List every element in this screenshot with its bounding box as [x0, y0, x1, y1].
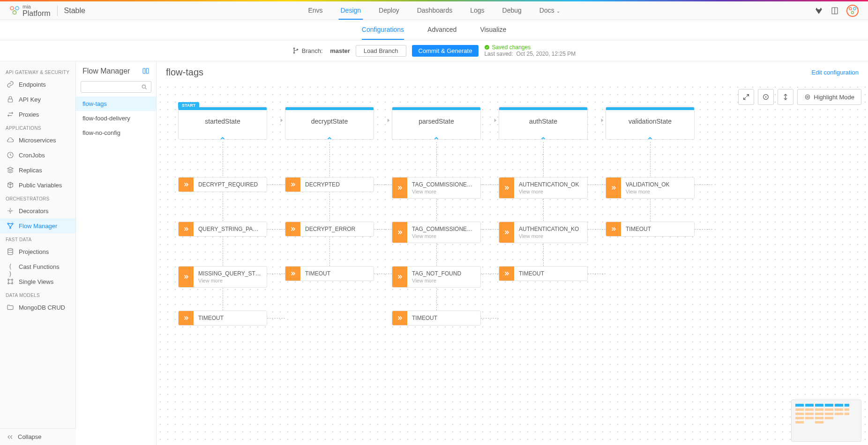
- state-column-decryptState: decryptState: [285, 107, 374, 140]
- event-box[interactable]: DECRYPTED: [285, 177, 374, 192]
- arrow-icon: [278, 117, 285, 124]
- sidebar-item-mongodb-crud[interactable]: MongoDB CRUD: [0, 300, 75, 315]
- view-more[interactable]: View more: [198, 278, 262, 283]
- nav-dashboards[interactable]: Dashboards: [415, 2, 455, 20]
- state-box[interactable]: validationState: [606, 107, 695, 140]
- flow-item-flow-tags[interactable]: flow-tags: [76, 96, 156, 111]
- state-box[interactable]: decryptState: [285, 107, 374, 140]
- subnav-configurations[interactable]: Configurations: [362, 20, 404, 40]
- event-chevron: [392, 267, 407, 287]
- sidebar-item-replicas[interactable]: Replicas: [0, 163, 75, 178]
- environment-name[interactable]: Stable: [64, 7, 85, 15]
- nav-deploy[interactable]: Deploy: [377, 2, 401, 20]
- connector: [267, 185, 285, 185]
- save-status: Saved changes Last saved: Oct 25, 2020, …: [484, 44, 576, 57]
- event-box[interactable]: DECRYPT_ERROR: [285, 222, 374, 237]
- minimap[interactable]: [791, 400, 861, 442]
- expand-button[interactable]: [738, 89, 754, 105]
- connector: [374, 274, 392, 274]
- reset-button[interactable]: [758, 89, 774, 105]
- avatar[interactable]: [846, 5, 859, 17]
- event-box[interactable]: DECRYPT_REQUIRED: [178, 177, 267, 192]
- nav-logs[interactable]: Logs: [468, 2, 486, 20]
- highlight-mode-button[interactable]: Highlight Mode: [797, 89, 861, 105]
- event-chevron: [392, 311, 407, 325]
- event-box[interactable]: TIMEOUT: [285, 266, 374, 281]
- diamond-icon: [326, 135, 333, 140]
- svg-point-6: [851, 11, 853, 14]
- sidebar-item-endpoints[interactable]: Endpoints: [0, 77, 75, 92]
- event-box[interactable]: TIMEOUT: [499, 266, 588, 281]
- sidebar-item-public-vars[interactable]: Public Variables: [0, 178, 75, 193]
- link-icon: [7, 81, 14, 88]
- event-label: TIMEOUT: [198, 315, 262, 321]
- event-box[interactable]: TIMEOUT: [178, 311, 267, 326]
- event-box[interactable]: TIMEOUT: [392, 311, 481, 326]
- connector: [267, 274, 285, 274]
- state-name: startedState: [179, 110, 267, 139]
- gitlab-icon[interactable]: [815, 7, 823, 15]
- sidebar-item-apikey[interactable]: API Key: [0, 92, 75, 107]
- state-name: parsedState: [392, 110, 480, 139]
- event-label: AUTHENTICATION_OK: [519, 181, 583, 188]
- book-icon[interactable]: [831, 7, 839, 15]
- canvas[interactable]: Highlight Mode STARTstartedStateDECRYPT_…: [157, 83, 868, 445]
- clock-icon: [7, 151, 14, 159]
- event-box[interactable]: MISSING_QUERY_ST…View more: [178, 266, 267, 288]
- sidebar-section-orch: ORCHESTRATORS: [0, 193, 75, 203]
- book-open-icon[interactable]: [142, 67, 150, 75]
- view-more[interactable]: View more: [412, 278, 476, 283]
- event-box[interactable]: VALIDATION_OKView more: [606, 177, 695, 199]
- edit-configuration-link[interactable]: Edit configuration: [812, 69, 859, 76]
- flow-item-flow-food-delivery[interactable]: flow-food-delivery: [76, 111, 156, 126]
- branch-label: Branch: master: [292, 47, 350, 54]
- commit-generate-button[interactable]: Commit & Generate: [412, 45, 479, 57]
- collapse-button[interactable]: Collapse: [0, 428, 76, 445]
- event-box[interactable]: AUTHENTICATION_KOView more: [499, 222, 588, 243]
- nav-design[interactable]: Design: [339, 2, 363, 20]
- view-more[interactable]: View more: [519, 233, 583, 239]
- view-more[interactable]: View more: [412, 233, 476, 239]
- view-more[interactable]: View more: [626, 189, 689, 194]
- sidebar-item-flow-manager[interactable]: Flow Manager: [0, 218, 75, 233]
- nav-docs[interactable]: Docs ⌄: [538, 2, 562, 20]
- sidebar-item-proxies[interactable]: Proxies: [0, 107, 75, 122]
- svg-point-20: [8, 283, 9, 284]
- folder-icon: [7, 304, 14, 311]
- subnav-advanced[interactable]: Advanced: [427, 20, 456, 40]
- event-box[interactable]: TAG_NOT_FOUNDView more: [392, 266, 481, 288]
- event-chevron: [606, 178, 621, 198]
- view-more[interactable]: View more: [519, 189, 583, 194]
- svg-point-25: [806, 95, 810, 99]
- nav-debug[interactable]: Debug: [501, 2, 524, 20]
- event-box[interactable]: TAG_COMMISSIONED…View more: [392, 177, 481, 199]
- chevrons-icon: [289, 270, 297, 277]
- sidebar-item-projections[interactable]: Projections: [0, 244, 75, 259]
- state-box[interactable]: authState: [499, 107, 588, 140]
- event-chevron: [499, 222, 514, 243]
- sidebar-item-decorators[interactable]: Decorators: [0, 203, 75, 218]
- subnav-visualize[interactable]: Visualize: [480, 20, 506, 40]
- sidebar-item-cronjobs[interactable]: CronJobs: [0, 148, 75, 163]
- state-column-startedState: STARTstartedState: [178, 107, 267, 140]
- nav-envs[interactable]: Envs: [306, 2, 324, 20]
- load-branch-button[interactable]: Load Branch: [356, 45, 406, 57]
- event-box[interactable]: AUTHENTICATION_OKView more: [499, 177, 588, 199]
- sidebar-item-microservices[interactable]: Microservices: [0, 133, 75, 148]
- state-box[interactable]: startedState: [178, 107, 267, 140]
- connector: [588, 229, 606, 230]
- state-arrow: [599, 117, 606, 126]
- event-box[interactable]: TIMEOUT: [606, 222, 695, 237]
- flow-item-flow-no-config[interactable]: flow-no-config: [76, 126, 156, 140]
- view-more[interactable]: View more: [412, 189, 476, 194]
- event-box[interactable]: QUERY_STRING_PAR…: [178, 222, 267, 237]
- event-box[interactable]: TAG_COMMISSIONED…View more: [392, 222, 481, 243]
- event-chevron: [179, 267, 194, 287]
- svg-point-14: [7, 223, 9, 224]
- fit-button[interactable]: [778, 89, 793, 105]
- sidebar-item-cast-functions[interactable]: ( )Cast Functions: [0, 259, 75, 274]
- sub-nav: Configurations Advanced Visualize: [0, 20, 868, 40]
- state-box[interactable]: parsedState: [392, 107, 481, 140]
- logo[interactable]: mia Platform: [9, 4, 51, 18]
- svg-point-21: [12, 283, 13, 284]
